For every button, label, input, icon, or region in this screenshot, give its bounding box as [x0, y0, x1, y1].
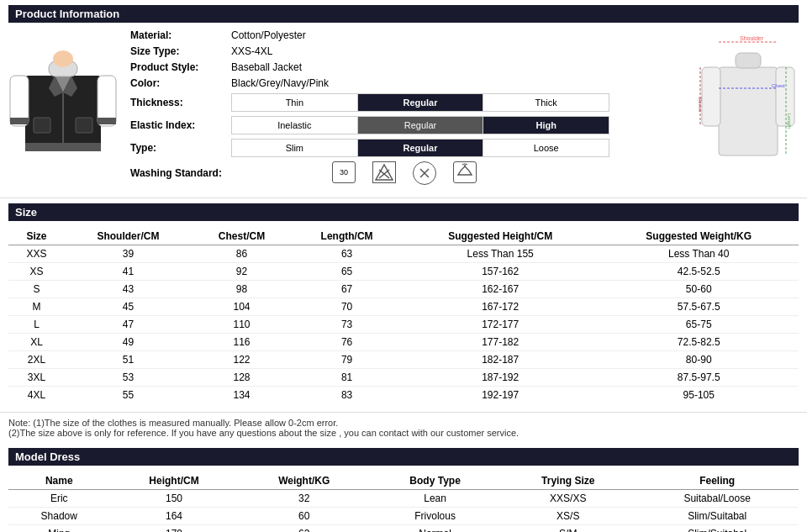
- svg-text:Shoulder: Shoulder: [740, 35, 764, 41]
- material-label: Material:: [130, 29, 231, 41]
- product-details: Material: Cotton/Polyester Size Type: XX…: [130, 29, 685, 189]
- svg-rect-7: [34, 118, 50, 133]
- wash-symbol-no-bleach: [372, 161, 396, 183]
- product-info-section: Product Information: [0, 0, 807, 198]
- wash-symbol-no-dry: [413, 161, 436, 185]
- type-label: Type:: [130, 142, 231, 154]
- product-info-title: Product Information: [15, 8, 119, 20]
- type-regular[interactable]: Regular: [358, 140, 484, 156]
- table-row: Ming17063NormalS/MSlim/Suitabal: [8, 525, 799, 533]
- color-label: Color:: [130, 77, 231, 89]
- product-style-label: Product Style:: [130, 61, 231, 73]
- size-type-value: XXS-4XL: [231, 45, 272, 57]
- size-notes: Note: (1)The size of the clothes is meas…: [8, 418, 799, 438]
- size-table-header-row: Size Shoulder/CM Chest/CM Length/CM Sugg…: [8, 228, 799, 245]
- table-row: XS419265157-16242.5-52.5: [8, 263, 799, 281]
- thickness-label: Thickness:: [130, 97, 231, 108]
- svg-rect-21: [702, 67, 720, 126]
- thickness-selector: Thin Regular Thick: [231, 93, 609, 112]
- type-loose[interactable]: Loose: [483, 140, 609, 156]
- model-dress-section: Model Dress Name Height/CM Weight/KG Bod…: [0, 443, 807, 532]
- col-name: Name: [8, 472, 110, 490]
- product-style-value: Baseball Jacket: [231, 61, 302, 73]
- col-trying-size: Trying Size: [500, 472, 636, 490]
- color-value: Black/Grey/Navy/Pink: [231, 77, 329, 89]
- type-slim[interactable]: Slim: [232, 140, 358, 156]
- elastic-high[interactable]: High: [483, 117, 609, 134]
- table-row: XXS398663Less Than 155Less Than 40: [8, 245, 799, 263]
- thickness-thin[interactable]: Thin: [232, 94, 358, 111]
- elastic-selector: Inelastic Regular High: [231, 116, 609, 134]
- model-table-header-row: Name Height/CM Weight/KG Body Type Tryin…: [8, 472, 799, 490]
- col-m-weight: Weight/KG: [238, 472, 370, 490]
- model-table: Name Height/CM Weight/KG Body Type Tryin…: [8, 472, 799, 532]
- col-shoulder: Shoulder/CM: [65, 228, 192, 245]
- thickness-regular[interactable]: Regular: [358, 94, 484, 111]
- material-value: Cotton/Polyester: [231, 29, 306, 41]
- col-m-height: Height/CM: [110, 472, 239, 490]
- col-height: Suggested Height/CM: [402, 228, 599, 245]
- svg-rect-23: [736, 53, 761, 68]
- table-row: 3XL5312881187-19287.5-97.5: [8, 369, 799, 387]
- col-body-type: Body Type: [370, 472, 500, 490]
- size-note1: Note: (1)The size of the clothes is meas…: [8, 418, 799, 428]
- col-feeling: Feeling: [636, 472, 799, 490]
- svg-text:Sleeve: Sleeve: [698, 97, 703, 113]
- col-weight: Suggested Weight/KG: [599, 228, 799, 245]
- col-chest: Chest/CM: [192, 228, 293, 245]
- svg-rect-11: [98, 118, 116, 124]
- elastic-inelastic[interactable]: Inelastic: [232, 117, 358, 134]
- size-note2: (2)The size above is only for reference.…: [8, 428, 799, 438]
- table-row: XL4911676177-18272.5-82.5: [8, 334, 799, 351]
- table-row: Eric15032LeanXXS/XSSuitabal/Loose: [8, 490, 799, 508]
- size-section: Size Size Shoulder/CM Chest/CM Length/CM…: [0, 198, 807, 413]
- model-dress-header: Model Dress: [8, 448, 799, 466]
- washing-label: Washing Standard:: [130, 167, 231, 179]
- svg-marker-14: [376, 165, 393, 180]
- svg-text:Chest: Chest: [772, 83, 785, 88]
- elastic-label: Elastic Index:: [130, 119, 231, 131]
- wash-symbol-30: 30: [332, 161, 356, 183]
- type-selector: Slim Regular Loose: [231, 139, 609, 157]
- table-row: 4XL5513483192-19795-105: [8, 387, 799, 404]
- svg-rect-8: [76, 118, 92, 133]
- measurement-diagram: Shoulder Chest Length Sleeve: [698, 29, 799, 175]
- table-row: L4711073172-17765-75: [8, 316, 799, 334]
- product-info-header: Product Information: [8, 5, 799, 23]
- thickness-thick[interactable]: Thick: [483, 94, 609, 111]
- svg-rect-9: [25, 143, 101, 151]
- model-dress-title: Model Dress: [15, 450, 80, 463]
- svg-rect-10: [10, 118, 29, 124]
- svg-rect-20: [719, 67, 778, 155]
- svg-text:Length: Length: [787, 113, 792, 129]
- table-row: M4510470167-17257.5-67.5: [8, 298, 799, 316]
- col-length: Length/CM: [292, 228, 402, 245]
- size-type-label: Size Type:: [130, 45, 231, 57]
- table-row: 2XL5112279182-18780-90: [8, 351, 799, 369]
- col-size: Size: [8, 228, 65, 245]
- table-row: S439867162-16750-60: [8, 281, 799, 298]
- table-row: Shadow16460FrivolousXS/SSlim/Suitabal: [8, 508, 799, 525]
- size-title: Size: [15, 206, 37, 219]
- svg-point-13: [53, 50, 73, 67]
- elastic-regular[interactable]: Regular: [358, 117, 484, 134]
- wash-symbol-hang: [453, 161, 477, 183]
- jacket-image: [8, 29, 118, 164]
- size-table: Size Shoulder/CM Chest/CM Length/CM Sugg…: [8, 228, 799, 403]
- size-header: Size: [8, 203, 799, 221]
- washing-symbols: 30: [332, 161, 477, 185]
